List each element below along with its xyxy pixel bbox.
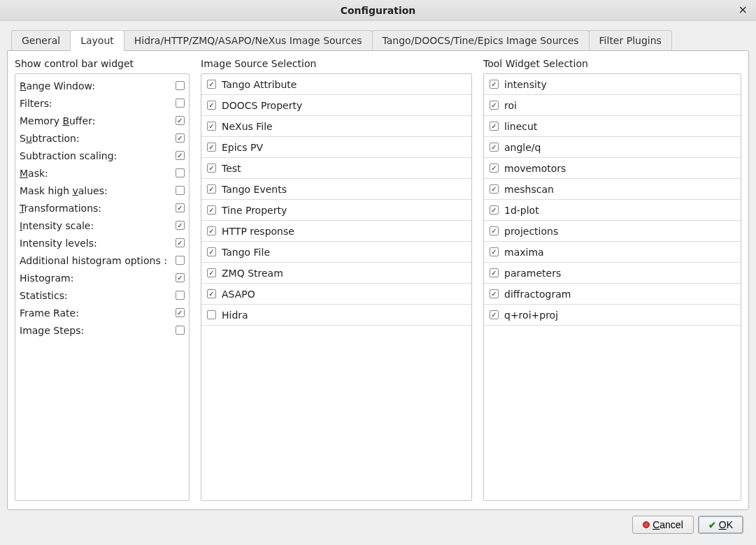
tool-widget-item[interactable]: maxima <box>484 242 741 263</box>
tab-general[interactable]: General <box>11 30 71 51</box>
tab-page-layout: Show control bar widget Range Window:Fil… <box>7 50 749 510</box>
tool-widget-item-checkbox[interactable] <box>490 80 499 89</box>
tool-widget-item-label: q+roi+proj <box>504 310 558 321</box>
close-icon[interactable]: × <box>736 3 750 17</box>
tool-widget-item[interactable]: diffractogram <box>484 284 741 305</box>
tool-widget-item-checkbox[interactable] <box>490 226 499 235</box>
image-source-item[interactable]: NeXus File <box>201 116 471 137</box>
tool-widget-item[interactable]: linecut <box>484 116 741 137</box>
tool-widget-item[interactable]: 1d-plot <box>484 200 741 221</box>
control-bar-option-checkbox[interactable] <box>176 326 185 335</box>
tool-widget-item-label: roi <box>504 100 517 111</box>
tool-widget-item[interactable]: angle/q <box>484 137 741 158</box>
tool-widget-item[interactable]: parameters <box>484 263 741 284</box>
image-source-column: Image Source Selection Tango AttributeDO… <box>201 58 472 501</box>
image-source-item-checkbox[interactable] <box>207 247 216 256</box>
tool-widget-item-label: maxima <box>504 247 544 258</box>
image-source-item[interactable]: HTTP response <box>201 221 471 242</box>
tab-filter-plugins[interactable]: Filter Plugins <box>589 30 672 51</box>
tool-widget-item[interactable]: movemotors <box>484 158 741 179</box>
image-source-item-label: HTTP response <box>222 226 294 237</box>
control-bar-section-title: Show control bar widget <box>15 58 190 69</box>
control-bar-option-checkbox[interactable] <box>176 203 185 212</box>
image-source-item[interactable]: Tango Events <box>201 179 471 200</box>
image-source-item-label: ASAPO <box>222 289 255 300</box>
tool-widget-item-checkbox[interactable] <box>490 268 499 277</box>
tool-widget-item-label: movemotors <box>504 163 566 174</box>
image-source-item[interactable]: Tango File <box>201 242 471 263</box>
image-source-item-label: Test <box>222 163 241 174</box>
image-source-item-checkbox[interactable] <box>207 184 216 194</box>
image-source-item[interactable]: Tine Property <box>201 200 471 221</box>
image-source-item[interactable]: Hidra <box>201 305 471 326</box>
image-source-item[interactable]: ZMQ Stream <box>201 263 471 284</box>
image-source-item-label: NeXus File <box>222 121 273 132</box>
control-bar-option-checkbox[interactable] <box>176 151 185 160</box>
tool-widget-item-checkbox[interactable] <box>490 205 499 215</box>
control-bar-option-label: Memory Buffer: <box>20 115 95 126</box>
image-source-item-checkbox[interactable] <box>207 101 216 110</box>
control-bar-option-checkbox[interactable] <box>176 238 185 247</box>
control-bar-option-checkbox[interactable] <box>176 273 185 282</box>
tool-widget-item[interactable]: projections <box>484 221 741 242</box>
image-source-item-checkbox[interactable] <box>207 164 216 173</box>
image-source-item[interactable]: DOOCS Property <box>201 95 471 116</box>
control-bar-option-label: Subtraction scaling: <box>20 150 117 161</box>
control-bar-option-checkbox[interactable] <box>176 99 185 108</box>
control-bar-option-label: Transformations: <box>20 203 101 214</box>
control-bar-option: Intensity scale: <box>20 217 185 234</box>
control-bar-option-checkbox[interactable] <box>176 256 185 265</box>
configuration-window: Configuration × GeneralLayoutHidra/HTTP/… <box>0 0 756 545</box>
image-source-item-checkbox[interactable] <box>207 268 216 277</box>
tab-tango-doocs-tine-epics-image-sources[interactable]: Tango/DOOCS/Tine/Epics Image Sources <box>372 30 590 51</box>
tool-widget-item-checkbox[interactable] <box>490 122 499 131</box>
image-source-item-checkbox[interactable] <box>207 310 216 319</box>
dialog-content: GeneralLayoutHidra/HTTP/ZMQ/ASAPO/NeXus … <box>0 21 756 545</box>
image-source-item-checkbox[interactable] <box>207 205 216 215</box>
tool-widget-item-checkbox[interactable] <box>490 164 499 173</box>
tool-widget-item[interactable]: roi <box>484 95 741 116</box>
control-bar-option: Subtraction scaling: <box>20 147 185 164</box>
control-bar-option: Mask: <box>20 164 185 182</box>
cancel-button[interactable]: Cancel <box>632 516 694 534</box>
control-bar-option-label: Mask high values: <box>20 185 108 196</box>
tool-widget-item-checkbox[interactable] <box>490 310 499 319</box>
control-bar-option-label: Frame Rate: <box>20 307 79 319</box>
tool-widget-item[interactable]: q+roi+proj <box>484 305 741 326</box>
control-bar-option-checkbox[interactable] <box>176 221 185 230</box>
image-source-item-checkbox[interactable] <box>207 226 216 235</box>
control-bar-option-checkbox[interactable] <box>176 133 185 143</box>
control-bar-option: Transformations: <box>20 199 185 217</box>
tool-widget-item-checkbox[interactable] <box>490 101 499 110</box>
control-bar-option-label: Intensity scale: <box>20 220 94 231</box>
image-source-item-label: Tango Events <box>222 184 287 195</box>
control-bar-option-checkbox[interactable] <box>176 291 185 300</box>
tool-widget-item[interactable]: intensity <box>484 74 741 95</box>
control-bar-option: Frame Rate: <box>20 304 185 321</box>
control-bar-option-checkbox[interactable] <box>176 308 185 317</box>
image-source-item[interactable]: Epics PV <box>201 137 471 158</box>
image-source-item[interactable]: ASAPO <box>201 284 471 305</box>
image-source-item[interactable]: Tango Attribute <box>201 74 471 95</box>
tool-widget-item-checkbox[interactable] <box>490 289 499 298</box>
control-bar-option-checkbox[interactable] <box>176 81 185 90</box>
image-source-item-checkbox[interactable] <box>207 289 216 298</box>
tab-hidra-http-zmq-asapo-nexus-image-sources[interactable]: Hidra/HTTP/ZMQ/ASAPO/NeXus Image Sources <box>124 30 373 51</box>
window-title: Configuration <box>341 5 416 16</box>
control-bar-option-checkbox[interactable] <box>176 186 185 195</box>
tool-widget-item-checkbox[interactable] <box>490 184 499 194</box>
image-source-item[interactable]: Test <box>201 158 471 179</box>
image-source-item-checkbox[interactable] <box>207 143 216 152</box>
ok-button[interactable]: ✔ OK <box>698 516 743 534</box>
tool-widget-item[interactable]: meshscan <box>484 179 741 200</box>
tool-widget-item-checkbox[interactable] <box>490 143 499 152</box>
control-bar-option-checkbox[interactable] <box>176 168 185 177</box>
tab-layout[interactable]: Layout <box>70 30 124 51</box>
control-bar-option: Filters: <box>20 94 185 112</box>
tool-widget-panel: intensityroilinecutangle/qmovemotorsmesh… <box>483 73 741 501</box>
image-source-item-checkbox[interactable] <box>207 80 216 89</box>
image-source-item-label: DOOCS Property <box>222 100 302 111</box>
tool-widget-item-checkbox[interactable] <box>490 247 499 256</box>
control-bar-option-checkbox[interactable] <box>176 116 185 125</box>
image-source-item-checkbox[interactable] <box>207 122 216 131</box>
